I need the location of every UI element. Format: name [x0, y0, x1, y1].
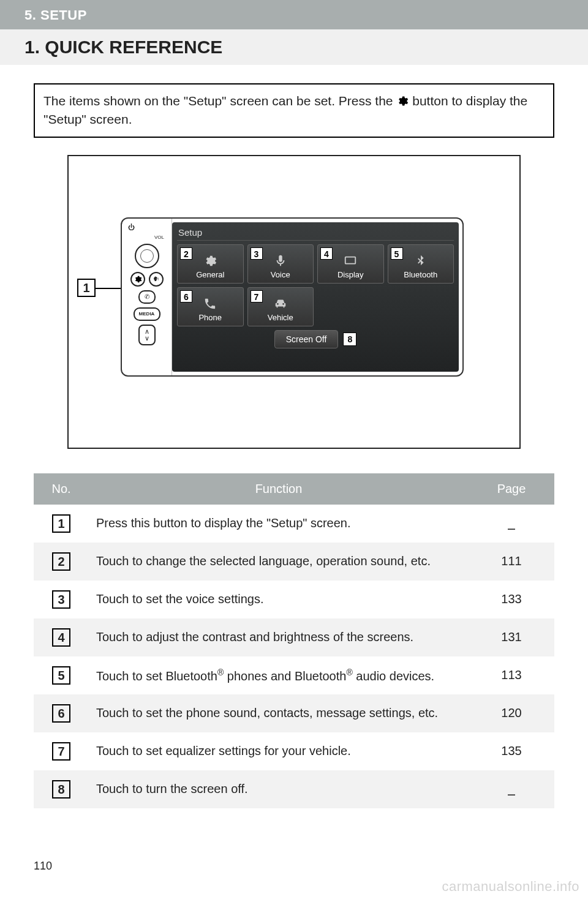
table-row: 5Touch to set Bluetooth® phones and Blue…	[34, 656, 554, 694]
watermark: carmanualsonline.info	[442, 879, 579, 895]
row-page: 111	[469, 543, 554, 581]
tile-phone[interactable]: 6 Phone	[177, 287, 244, 326]
row-page: 120	[469, 694, 554, 732]
row-page: ⎯	[469, 505, 554, 543]
voice-hw-button[interactable]: 🗣	[149, 272, 164, 287]
row-number: 5	[34, 656, 89, 694]
col-no: No.	[34, 473, 89, 505]
row-function: Touch to change the selected language, o…	[89, 543, 469, 581]
tile-display[interactable]: 4 Display	[317, 244, 384, 284]
table-row: 1Press this button to display the "Setup…	[34, 505, 554, 543]
row-function: Touch to adjust the contrast and brightn…	[89, 618, 469, 656]
row-function: Touch to set the voice settings.	[89, 581, 469, 618]
power-icon: ⏻	[128, 224, 135, 231]
callout-1: 1	[77, 279, 96, 297]
tile-badge: 4	[320, 247, 333, 260]
row-function: Touch to set the phone sound, contacts, …	[89, 694, 469, 732]
row-function: Touch to turn the screen off.	[89, 770, 469, 808]
vol-label: VOL	[154, 235, 164, 240]
bluetooth-icon	[414, 254, 428, 268]
mic-icon	[274, 254, 287, 268]
screen-title: Setup	[177, 226, 454, 241]
phone-icon	[203, 297, 217, 310]
headunit-controls: ⏻ VOL 🗣 ✆ MEDIA ∧∨	[122, 219, 172, 375]
tile-voice[interactable]: 3 Voice	[247, 244, 314, 284]
table-row: 4Touch to adjust the contrast and bright…	[34, 618, 554, 656]
intro-box: The items shown on the "Setup" screen ca…	[34, 83, 554, 138]
table-row: 8Touch to turn the screen off.⎯	[34, 770, 554, 808]
row-number: 1	[34, 505, 89, 543]
row-page: ⎯	[469, 770, 554, 808]
row-page: 131	[469, 618, 554, 656]
tile-bluetooth[interactable]: 5 Bluetooth	[388, 244, 454, 284]
row-page: 113	[469, 656, 554, 694]
headunit-screen: Setup 2 General 3 Voice 4	[172, 222, 459, 372]
tile-general[interactable]: 2 General	[177, 244, 244, 284]
page-number: 110	[34, 860, 52, 873]
row-function: Press this button to display the "Setup"…	[89, 505, 469, 543]
col-function: Function	[89, 473, 469, 505]
screen-off-badge: 8	[343, 333, 356, 346]
tile-label: General	[196, 270, 224, 279]
row-number: 3	[34, 581, 89, 618]
table-row: 3Touch to set the voice settings.133	[34, 581, 554, 618]
tile-label: Phone	[198, 313, 222, 322]
tile-badge: 7	[251, 290, 263, 303]
gear-icon	[203, 254, 217, 268]
svg-rect-0	[345, 257, 356, 263]
page-title: 1. QUICK REFERENCE	[0, 29, 588, 65]
headunit: ⏻ VOL 🗣 ✆ MEDIA ∧∨ Setup 2	[121, 217, 464, 377]
gear-icon	[396, 95, 409, 107]
settings-hw-button[interactable]	[130, 272, 145, 287]
tile-label: Vehicle	[268, 313, 293, 322]
media-hw-button[interactable]: MEDIA	[134, 307, 160, 321]
tile-label: Display	[337, 270, 364, 279]
reference-table: No. Function Page 1Press this button to …	[34, 473, 554, 808]
table-row: 2Touch to change the selected language, …	[34, 543, 554, 581]
monitor-icon	[344, 254, 357, 268]
row-function: Touch to set Bluetooth® phones and Bluet…	[89, 656, 469, 694]
gear-icon	[134, 275, 142, 284]
device-illustration: 1 ⏻ VOL 🗣 ✆ MEDIA ∧∨ Setup	[67, 155, 521, 449]
car-icon	[274, 297, 287, 310]
tile-badge: 2	[180, 247, 192, 260]
row-number: 2	[34, 543, 89, 581]
seek-hw-button[interactable]: ∧∨	[138, 325, 156, 345]
tile-badge: 5	[391, 247, 403, 260]
table-row: 7Touch to set equalizer settings for you…	[34, 732, 554, 770]
row-function: Touch to set equalizer settings for your…	[89, 732, 469, 770]
row-number: 6	[34, 694, 89, 732]
phone-hw-button[interactable]: ✆	[138, 290, 156, 304]
row-number: 7	[34, 732, 89, 770]
row-page: 135	[469, 732, 554, 770]
tile-badge: 3	[251, 247, 263, 260]
screen-off-button[interactable]: Screen Off	[274, 330, 339, 348]
row-number: 8	[34, 770, 89, 808]
table-row: 6Touch to set the phone sound, contacts,…	[34, 694, 554, 732]
volume-knob[interactable]	[135, 244, 159, 268]
row-page: 133	[469, 581, 554, 618]
section-header: 5. SETUP	[0, 0, 588, 29]
col-page: Page	[469, 473, 554, 505]
tile-label: Bluetooth	[404, 270, 437, 279]
tile-badge: 6	[180, 290, 192, 303]
intro-text-1: The items shown on the "Setup" screen ca…	[43, 94, 396, 108]
row-number: 4	[34, 618, 89, 656]
tile-label: Voice	[271, 270, 290, 279]
tile-vehicle[interactable]: 7 Vehicle	[247, 287, 314, 326]
